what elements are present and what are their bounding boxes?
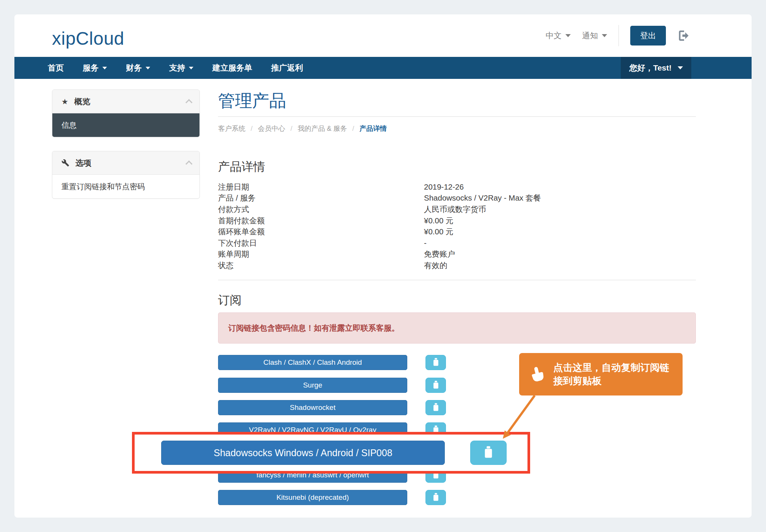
- copy-button[interactable]: [425, 400, 446, 415]
- breadcrumb-item[interactable]: 会员中心: [258, 124, 285, 133]
- breadcrumb-item[interactable]: 客户系统: [218, 124, 245, 133]
- clipboard-icon: [432, 403, 440, 413]
- detail-value: -: [424, 239, 696, 248]
- main-navbar: 首页 服务 财务 支持 建立服务单 推广返利 您好，Test!: [14, 57, 752, 79]
- breadcrumb-item[interactable]: 我的产品 & 服务: [298, 124, 347, 133]
- detail-row: 注册日期 2019-12-26: [218, 181, 696, 193]
- nav-label: 首页: [48, 63, 64, 73]
- detail-row: 循环账单金额 ¥0.00 元: [218, 226, 696, 237]
- clipboard-icon: [432, 380, 440, 391]
- detail-label: 注册日期: [218, 182, 424, 192]
- breadcrumb-item-current: 产品详情: [359, 124, 387, 133]
- detail-row: 状态 有效的: [218, 260, 696, 271]
- breadcrumb-separator: /: [290, 125, 292, 133]
- clipboard-icon: [432, 493, 440, 503]
- detail-row: 下次付款日 -: [218, 237, 696, 249]
- divider: [218, 280, 696, 280]
- breadcrumb-separator: /: [352, 125, 354, 133]
- copy-button[interactable]: [425, 490, 446, 505]
- chevron-down-icon: [102, 67, 107, 69]
- detail-label: 首期付款金额: [218, 215, 424, 226]
- detail-value: 人民币或数字货币: [424, 204, 696, 215]
- client-button-surge[interactable]: Surge: [218, 378, 407, 393]
- language-dropdown[interactable]: 中文: [546, 30, 571, 41]
- clipboard-icon: [483, 446, 494, 460]
- star-icon: ★: [61, 97, 68, 106]
- client-button-shadowrocket[interactable]: Shadowrocket: [218, 400, 407, 415]
- detail-row: 首期付款金额 ¥0.00 元: [218, 215, 696, 226]
- detail-label: 循环账单金额: [218, 226, 424, 237]
- copy-tooltip: 点击这里，自动复制订阅链接到剪贴板: [519, 353, 683, 395]
- detail-label: 产品 / 服务: [218, 193, 424, 203]
- notifications-label: 通知: [582, 30, 598, 41]
- nav-item-affiliates[interactable]: 推广返利: [271, 63, 303, 73]
- nav-item-services[interactable]: 服务: [83, 63, 107, 73]
- subscription-heading: 订阅: [218, 292, 242, 308]
- detail-label: 付款方式: [218, 204, 424, 215]
- user-account-dropdown[interactable]: 您好，Test!: [621, 57, 691, 79]
- breadcrumb: 客户系统 / 会员中心 / 我的产品 & 服务 / 产品详情: [218, 124, 387, 133]
- sidebar-panel-options: 选项 重置订阅链接和节点密码: [52, 151, 200, 199]
- details-heading: 产品详情: [218, 159, 265, 175]
- sign-out-icon[interactable]: [677, 29, 691, 42]
- sidebar-item-reset-subscription[interactable]: 重置订阅链接和节点密码: [52, 175, 199, 198]
- panel-title: 选项: [75, 158, 91, 168]
- sidebar-item-label: 重置订阅链接和节点密码: [61, 182, 145, 192]
- header-actions: 中文 通知 登出: [546, 14, 691, 57]
- highlight-annotation-box: Shadowsocks Windows / Android / SIP008: [132, 432, 530, 474]
- chevron-down-icon: [602, 34, 607, 37]
- notifications-dropdown[interactable]: 通知: [582, 30, 607, 41]
- nav-item-home[interactable]: 首页: [48, 63, 64, 73]
- sidebar-panel-options-header[interactable]: 选项: [52, 151, 199, 175]
- brand-logo[interactable]: xipCloud: [52, 28, 124, 49]
- nav-label: 服务: [83, 63, 99, 73]
- nav-label: 财务: [126, 63, 142, 73]
- chevron-down-icon: [189, 67, 193, 69]
- detail-value: 免费账户: [424, 249, 696, 259]
- copy-button[interactable]: [425, 355, 446, 370]
- nav-label: 建立服务单: [212, 63, 252, 73]
- product-details: 注册日期 2019-12-26 产品 / 服务 Shadowsocks / V2…: [218, 181, 696, 271]
- tooltip-text: 点击这里，自动复制订阅链接到剪贴板: [553, 361, 673, 388]
- chevron-up-icon: [185, 99, 192, 106]
- sidebar-item-label: 信息: [61, 120, 77, 130]
- sidebar-panel-overview: ★ 概览 信息: [52, 89, 200, 137]
- detail-row: 产品 / 服务 Shadowsocks / V2Ray - Max 套餐: [218, 193, 696, 204]
- chevron-down-icon: [565, 34, 571, 37]
- detail-row: 账单周期 免费账户: [218, 249, 696, 260]
- user-greeting: 您好，Test!: [629, 63, 672, 73]
- detail-value: 有效的: [424, 260, 696, 271]
- detail-label: 状态: [218, 260, 424, 271]
- chevron-down-icon: [146, 67, 150, 69]
- detail-label: 下次付款日: [218, 238, 424, 248]
- page-title: 管理产品: [218, 89, 286, 112]
- client-row: Kitsunebi (deprecated): [218, 490, 696, 505]
- chevron-down-icon: [678, 66, 683, 69]
- copy-button[interactable]: [425, 378, 446, 393]
- annotation-arrow: [485, 394, 560, 447]
- clipboard-icon: [432, 358, 440, 368]
- header-divider: [618, 25, 619, 46]
- page-card: xipCloud 中文 通知 登出 首页 服务 财务: [14, 14, 752, 518]
- nav-label: 推广返利: [271, 63, 303, 73]
- sidebar-item-information[interactable]: 信息: [52, 113, 199, 137]
- client-row: Shadowrocket: [218, 400, 696, 415]
- divider: [218, 116, 696, 117]
- detail-value: 2019-12-26: [424, 182, 696, 191]
- chevron-up-icon: [185, 160, 192, 167]
- warning-text: 订阅链接包含密码信息！如有泄露立即联系客服。: [228, 323, 399, 333]
- nav-item-support[interactable]: 支持: [169, 63, 193, 73]
- nav-item-open-ticket[interactable]: 建立服务单: [212, 63, 252, 73]
- sidebar-panel-overview-header[interactable]: ★ 概览: [52, 90, 199, 113]
- logout-button[interactable]: 登出: [630, 26, 666, 46]
- sidebar: ★ 概览 信息 选项 重置订阅链接和节点密码: [52, 89, 200, 212]
- breadcrumb-separator: /: [251, 125, 253, 133]
- wrench-icon: [61, 159, 69, 167]
- client-button-clash[interactable]: Clash / ClashX / Clash Android: [218, 355, 407, 370]
- subscription-warning-alert: 订阅链接包含密码信息！如有泄露立即联系客服。: [218, 312, 696, 344]
- client-button-kitsunebi[interactable]: Kitsunebi (deprecated): [218, 490, 407, 505]
- panel-title: 概览: [74, 96, 90, 107]
- nav-item-billing[interactable]: 财务: [126, 63, 150, 73]
- client-button-shadowsocks-sip008[interactable]: Shadowsocks Windows / Android / SIP008: [161, 441, 445, 465]
- detail-label: 账单周期: [218, 249, 424, 259]
